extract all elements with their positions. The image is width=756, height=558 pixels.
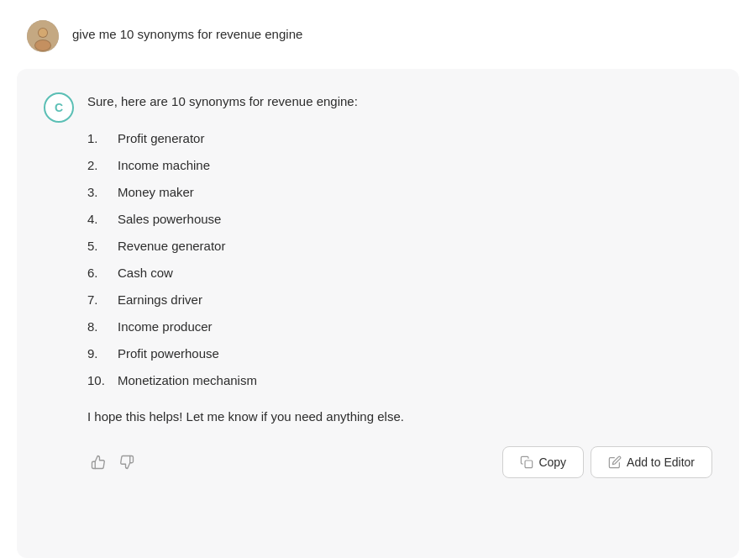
add-to-editor-button[interactable]: Add to Editor bbox=[591, 446, 712, 478]
synonym-number: 3. bbox=[87, 182, 118, 203]
synonym-text: Income machine bbox=[118, 155, 210, 176]
synonym-number: 4. bbox=[87, 209, 118, 229]
synonym-item: 10.Monetization mechanism bbox=[87, 367, 712, 394]
user-message-text: give me 10 synonyms for revenue engine bbox=[72, 20, 302, 41]
ai-intro: Sure, here are 10 synonyms for revenue e… bbox=[87, 92, 712, 112]
synonym-item: 7.Earnings driver bbox=[87, 287, 712, 313]
synonym-text: Sales powerhouse bbox=[118, 209, 221, 229]
ai-response-card: C Sure, here are 10 synonyms for revenue… bbox=[17, 69, 739, 558]
synonym-number: 7. bbox=[87, 290, 118, 310]
copy-button[interactable]: Copy bbox=[502, 446, 584, 478]
feedback-buttons bbox=[87, 451, 138, 473]
synonym-item: 2.Income machine bbox=[87, 152, 712, 179]
synonym-text: Monetization mechanism bbox=[118, 371, 257, 391]
copy-icon bbox=[520, 455, 533, 469]
synonym-number: 1. bbox=[87, 129, 118, 149]
synonym-item: 5.Revenue generator bbox=[87, 233, 712, 260]
chat-container: give me 10 synonyms for revenue engine C… bbox=[0, 0, 756, 558]
action-bar: Copy Add to Editor bbox=[87, 433, 712, 482]
synonym-number: 8. bbox=[87, 317, 118, 337]
synonym-text: Income producer bbox=[118, 317, 213, 337]
synonym-text: Revenue generator bbox=[118, 236, 225, 256]
synonym-item: 9.Profit powerhouse bbox=[87, 340, 712, 367]
synonym-item: 6.Cash cow bbox=[87, 260, 712, 287]
synonym-item: 8.Income producer bbox=[87, 313, 712, 340]
ai-closing: I hope this helps! Let me know if you ne… bbox=[87, 408, 712, 427]
synonym-text: Earnings driver bbox=[118, 290, 202, 310]
synonym-number: 10. bbox=[87, 371, 118, 391]
synonym-item: 1.Profit generator bbox=[87, 125, 712, 152]
ai-content: Sure, here are 10 synonyms for revenue e… bbox=[87, 92, 712, 482]
synonym-number: 2. bbox=[87, 155, 118, 176]
user-avatar bbox=[27, 20, 59, 52]
action-buttons: Copy Add to Editor bbox=[502, 446, 712, 478]
add-to-editor-icon bbox=[608, 455, 622, 469]
ai-avatar: C bbox=[44, 92, 74, 123]
thumbs-down-button[interactable] bbox=[116, 451, 138, 473]
thumbs-up-icon bbox=[91, 455, 106, 470]
synonym-text: Profit powerhouse bbox=[118, 344, 219, 364]
synonym-text: Profit generator bbox=[118, 129, 204, 149]
synonym-number: 6. bbox=[87, 263, 118, 283]
synonym-number: 5. bbox=[87, 236, 118, 256]
copy-label: Copy bbox=[538, 455, 566, 469]
synonyms-list: 1.Profit generator2.Income machine3.Mone… bbox=[87, 125, 712, 394]
add-to-editor-label: Add to Editor bbox=[627, 455, 695, 469]
user-message: give me 10 synonyms for revenue engine bbox=[0, 0, 756, 69]
ai-response-inner: C Sure, here are 10 synonyms for revenue… bbox=[44, 92, 712, 482]
synonym-item: 3.Money maker bbox=[87, 179, 712, 206]
thumbs-down-icon bbox=[119, 455, 134, 470]
svg-point-4 bbox=[35, 40, 50, 50]
thumbs-up-button[interactable] bbox=[87, 451, 109, 473]
synonym-item: 4.Sales powerhouse bbox=[87, 206, 712, 233]
svg-rect-5 bbox=[525, 461, 533, 468]
synonym-text: Money maker bbox=[118, 182, 194, 203]
svg-point-3 bbox=[39, 29, 47, 37]
synonym-text: Cash cow bbox=[118, 263, 173, 283]
synonym-number: 9. bbox=[87, 344, 118, 364]
